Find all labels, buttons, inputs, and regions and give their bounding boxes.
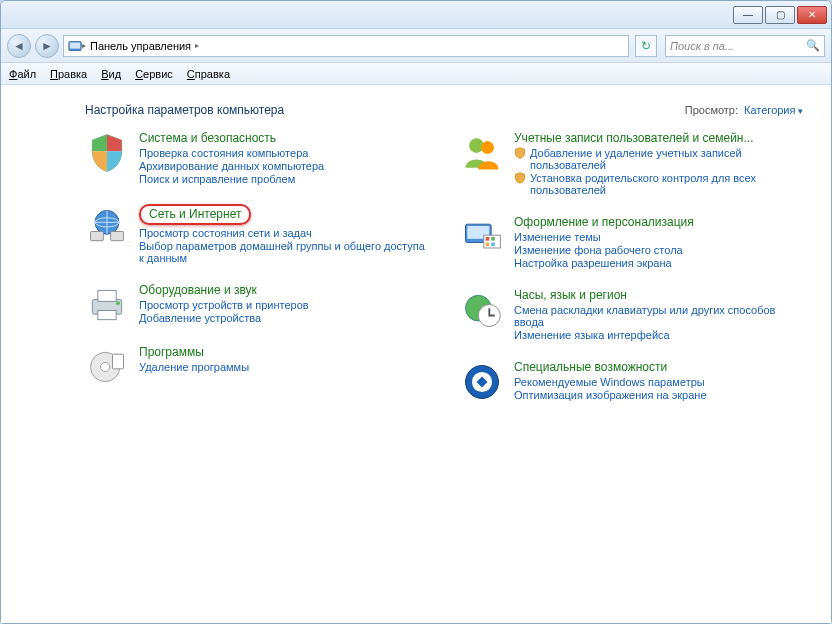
svg-point-9	[116, 301, 120, 305]
highlight-annotation: Сеть и Интернет	[139, 204, 251, 225]
address-bar[interactable]: ▸ Панель управления ▸	[63, 35, 629, 57]
control-panel-icon	[68, 39, 82, 53]
programs-icon	[85, 345, 129, 389]
view-dropdown[interactable]: Категория	[744, 104, 803, 116]
clock-globe-icon	[460, 288, 504, 332]
link-ui-language[interactable]: Изменение языка интерфейса	[514, 329, 803, 341]
menu-edit[interactable]: Правка	[50, 68, 87, 80]
link-add-remove-users[interactable]: Добавление и удаление учетных записей по…	[514, 147, 803, 171]
cat-system-security: Система и безопасность Проверка состояни…	[85, 131, 428, 186]
printer-icon	[85, 283, 129, 327]
breadcrumb-root[interactable]: Панель управления	[86, 40, 195, 52]
cat-user-accounts: Учетные записи пользователей и семейн...…	[460, 131, 803, 197]
appearance-icon	[460, 215, 504, 259]
svg-rect-20	[486, 243, 490, 247]
link-check-status[interactable]: Проверка состояния компьютера	[139, 147, 428, 159]
link-parental-control[interactable]: Установка родительского контроля для все…	[514, 172, 803, 196]
link-change-theme[interactable]: Изменение темы	[514, 231, 803, 243]
cat-appearance: Оформление и персонализация Изменение те…	[460, 215, 803, 270]
content-header: Настройка параметров компьютера Просмотр…	[85, 103, 803, 117]
view-label: Просмотр:	[685, 104, 738, 116]
cat-user-accounts-title[interactable]: Учетные записи пользователей и семейн...	[514, 131, 803, 145]
titlebar: — ▢ ✕	[1, 1, 831, 29]
link-troubleshoot[interactable]: Поиск и исправление проблем	[139, 173, 428, 185]
search-input[interactable]: Поиск в па... 🔍	[665, 35, 825, 57]
link-screen-resolution[interactable]: Настройка разрешения экрана	[514, 257, 803, 269]
uac-shield-icon	[514, 147, 526, 159]
search-icon: 🔍	[806, 39, 820, 52]
cat-programs-title[interactable]: Программы	[139, 345, 428, 359]
uac-shield-icon	[514, 172, 526, 184]
link-network-status[interactable]: Просмотр состояния сети и задач	[139, 227, 428, 239]
ease-of-access-icon	[460, 360, 504, 404]
link-add-device[interactable]: Добавление устройства	[139, 312, 428, 324]
menu-file[interactable]: Файл	[9, 68, 36, 80]
cat-ease-of-access-title[interactable]: Специальные возможности	[514, 360, 803, 374]
breadcrumb-sep-end: ▸	[195, 41, 199, 50]
menu-tools[interactable]: Сервис	[135, 68, 173, 80]
menu-bar: Файл Правка Вид Сервис Справка	[1, 63, 831, 85]
minimize-button[interactable]: —	[733, 6, 763, 24]
link-devices-printers[interactable]: Просмотр устройств и принтеров	[139, 299, 428, 311]
maximize-button[interactable]: ▢	[765, 6, 795, 24]
cat-appearance-title[interactable]: Оформление и персонализация	[514, 215, 803, 229]
svg-point-14	[481, 141, 494, 154]
link-uninstall[interactable]: Удаление программы	[139, 361, 428, 373]
svg-rect-4	[91, 232, 104, 241]
svg-rect-8	[98, 311, 116, 320]
svg-rect-19	[491, 237, 495, 241]
svg-rect-21	[491, 243, 495, 247]
category-columns: Система и безопасность Проверка состояни…	[85, 131, 803, 404]
refresh-button[interactable]: ↻	[635, 35, 657, 57]
svg-rect-18	[486, 237, 490, 241]
svg-point-11	[101, 362, 110, 371]
control-panel-window: — ▢ ✕ ◄ ► ▸ Панель управления ▸ ↻ Поиск …	[0, 0, 832, 624]
users-icon	[460, 131, 504, 175]
svg-rect-7	[98, 290, 116, 301]
cat-hardware-sound: Оборудование и звук Просмотр устройств и…	[85, 283, 428, 327]
menu-help[interactable]: Справка	[187, 68, 230, 80]
cat-clock-lang-region-title[interactable]: Часы, язык и регион	[514, 288, 803, 302]
nav-bar: ◄ ► ▸ Панель управления ▸ ↻ Поиск в па..…	[1, 29, 831, 63]
content-area: Настройка параметров компьютера Просмотр…	[1, 85, 831, 623]
cat-hardware-sound-title[interactable]: Оборудование и звук	[139, 283, 428, 297]
left-column: Система и безопасность Проверка состояни…	[85, 131, 428, 404]
link-recommended-settings[interactable]: Рекомендуемые Windows параметры	[514, 376, 803, 388]
cat-ease-of-access: Специальные возможности Рекомендуемые Wi…	[460, 360, 803, 404]
link-homegroup[interactable]: Выбор параметров домашней группы и общег…	[139, 240, 428, 264]
shield-icon	[85, 131, 129, 175]
forward-button[interactable]: ►	[35, 34, 59, 58]
link-backup[interactable]: Архивирование данных компьютера	[139, 160, 428, 172]
svg-rect-5	[111, 232, 124, 241]
cat-clock-lang-region: Часы, язык и регион Смена раскладки клав…	[460, 288, 803, 342]
svg-rect-1	[70, 42, 81, 48]
svg-rect-12	[113, 354, 124, 369]
search-placeholder: Поиск в па...	[670, 40, 734, 52]
cat-system-security-title[interactable]: Система и безопасность	[139, 131, 428, 145]
globe-network-icon	[85, 204, 129, 248]
link-keyboard-layout[interactable]: Смена раскладки клавиатуры или других сп…	[514, 304, 803, 328]
link-change-background[interactable]: Изменение фона рабочего стола	[514, 244, 803, 256]
cat-programs: Программы Удаление программы	[85, 345, 428, 389]
page-title: Настройка параметров компьютера	[85, 103, 284, 117]
right-column: Учетные записи пользователей и семейн...…	[460, 131, 803, 404]
close-button[interactable]: ✕	[797, 6, 827, 24]
cat-network-internet-title[interactable]: Сеть и Интернет	[139, 204, 428, 225]
menu-view[interactable]: Вид	[101, 68, 121, 80]
cat-network-internet: Сеть и Интернет Просмотр состояния сети …	[85, 204, 428, 265]
back-button[interactable]: ◄	[7, 34, 31, 58]
link-optimize-display[interactable]: Оптимизация изображения на экране	[514, 389, 803, 401]
